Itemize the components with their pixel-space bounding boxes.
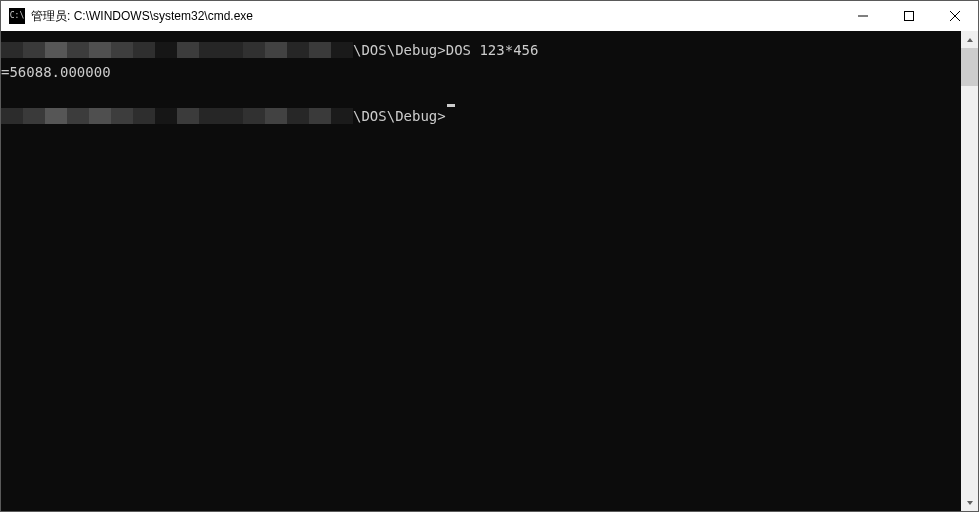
- svg-marker-5: [967, 501, 973, 505]
- console-text: \DOS\Debug>DOS 123*456: [353, 39, 538, 61]
- close-icon: [950, 11, 960, 21]
- scroll-track[interactable]: [961, 48, 978, 494]
- console-text: =56088.000000: [1, 61, 111, 83]
- redacted-path: [1, 42, 353, 58]
- scroll-down-button[interactable]: [961, 494, 978, 511]
- console-area[interactable]: \DOS\Debug>DOS 123*456 =56088.000000 \DO…: [1, 31, 961, 511]
- console-text: \DOS\Debug>: [353, 105, 446, 127]
- redacted-path: [1, 108, 353, 124]
- scroll-thumb[interactable]: [961, 48, 978, 86]
- console-blank-line: [1, 83, 961, 105]
- vertical-scrollbar[interactable]: [961, 31, 978, 511]
- scroll-up-button[interactable]: [961, 31, 978, 48]
- titlebar[interactable]: C:\ 管理员: C:\WINDOWS\system32\cmd.exe: [1, 1, 978, 31]
- chevron-up-icon: [966, 36, 974, 44]
- console-line: \DOS\Debug>DOS 123*456: [1, 39, 961, 61]
- text-cursor: [447, 104, 455, 107]
- cmd-icon: C:\: [9, 8, 25, 24]
- console-line: =56088.000000: [1, 61, 961, 83]
- window-title: 管理员: C:\WINDOWS\system32\cmd.exe: [31, 8, 253, 25]
- svg-rect-1: [905, 12, 914, 21]
- cmd-window: C:\ 管理员: C:\WINDOWS\system32\cmd.exe \DO…: [0, 0, 979, 512]
- maximize-icon: [904, 11, 914, 21]
- minimize-button[interactable]: [840, 1, 886, 31]
- client-area: \DOS\Debug>DOS 123*456 =56088.000000 \DO…: [1, 31, 978, 511]
- close-button[interactable]: [932, 1, 978, 31]
- console-line: \DOS\Debug>: [1, 105, 961, 127]
- chevron-down-icon: [966, 499, 974, 507]
- svg-marker-4: [967, 38, 973, 42]
- minimize-icon: [858, 11, 868, 21]
- maximize-button[interactable]: [886, 1, 932, 31]
